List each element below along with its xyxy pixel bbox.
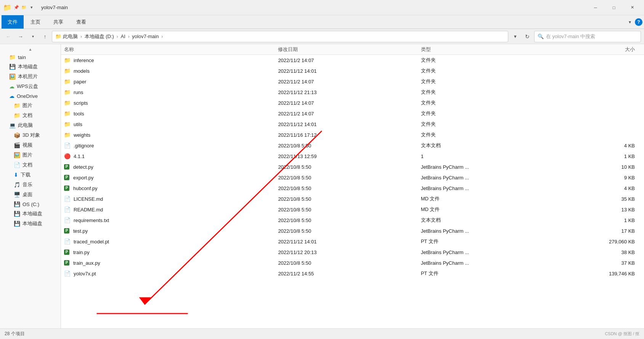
main-layout: ▲ 📁 tain 💾 本地磁盘 🖼️ 本机照片 ☁ WPS云盘 ☁ OneDri… (0, 44, 644, 328)
file-row[interactable]: P detect.py 2022/10/8 5:50 JetBrains PyC… (61, 162, 644, 172)
file-size: 35 KB (564, 196, 641, 202)
sidebar-item-pictures[interactable]: 📁 图片 (0, 101, 61, 110)
header-type[interactable]: 类型 (421, 46, 564, 53)
file-row[interactable]: 📁 tools 2022/11/2 14:07 文件夹 (61, 108, 644, 119)
sidebar-scroll-up[interactable]: ▲ (0, 46, 61, 53)
file-date: 2022/10/8 5:50 (278, 217, 421, 223)
path-segment-ai[interactable]: AI (120, 34, 125, 39)
file-name: yolov7x.pt (74, 271, 96, 277)
addressbar[interactable]: 📁 此电脑 › 本地磁盘 (D:) › AI › yolov7-main › (52, 31, 508, 42)
file-row[interactable]: 📄 yolov7x.pt 2022/11/2 14:55 PT 文件 139,7… (61, 268, 644, 279)
ribbon: 文件 主页 共享 查看 ▾ ? (0, 15, 644, 29)
tab-view[interactable]: 查看 (70, 15, 92, 29)
help-icon[interactable]: ? (635, 18, 642, 26)
file-row[interactable]: 📁 inference 2022/11/2 14:07 文件夹 (61, 55, 644, 66)
file-row[interactable]: P export.py 2022/10/8 5:50 JetBrains PyC… (61, 172, 644, 183)
md-icon: 📄 (64, 206, 71, 213)
file-row[interactable]: 📁 utils 2022/11/12 14:01 文件夹 (61, 119, 644, 130)
minimize-button[interactable]: ─ (587, 2, 604, 13)
path-segment-yolo[interactable]: yolov7-main (132, 34, 159, 39)
collapse-ribbon-icon[interactable]: ▾ (626, 19, 633, 25)
sidebar-item-thispc[interactable]: 💻 此电脑 (0, 120, 61, 130)
sidebar-item-wps[interactable]: ☁ WPS云盘 (0, 82, 61, 91)
path-segment-pc[interactable]: 此电脑 (63, 34, 78, 39)
download-icon: ⬇ (14, 172, 18, 178)
qa-icon2[interactable]: 📁 (21, 4, 27, 11)
path-segment-d[interactable]: 本地磁盘 (D:) (85, 34, 114, 39)
file-row[interactable]: 📄 traced_model.pt 2022/11/12 14:01 PT 文件… (61, 236, 644, 247)
drive-icon: 💾 (9, 64, 16, 70)
file-row[interactable]: 📄 README.md 2022/10/8 5:50 MD 文件 13 KB (61, 204, 644, 215)
file-row[interactable]: 📁 models 2022/11/12 14:01 文件夹 (61, 66, 644, 76)
sidebar-item-pictures2[interactable]: 🖼️ 图片 (0, 150, 61, 160)
sidebar-item-3d[interactable]: 📦 3D 对象 (0, 130, 61, 140)
sidebar-item-c-drive[interactable]: 💾 OS (C:) (0, 200, 61, 209)
folder-icon: 📁 (64, 110, 71, 117)
recent-button[interactable]: ▾ (27, 31, 38, 42)
sidebar-item-desktop[interactable]: 🖥️ 桌面 (0, 190, 61, 200)
desktop-icon: 🖥️ (14, 192, 20, 198)
qa-dropdown[interactable]: ▾ (28, 4, 35, 11)
video-icon: 🎬 (14, 142, 20, 148)
sidebar-item-tain[interactable]: 📁 tain (0, 53, 61, 62)
sidebar-item-videos[interactable]: 🎬 视频 (0, 140, 61, 150)
up-button[interactable]: ↑ (40, 31, 50, 42)
searchbar[interactable]: 🔍 在 yolov7-main 中搜索 (534, 31, 641, 42)
file-row[interactable]: 📄 .gitignore 2022/10/8 5:50 文本文档 4 KB (61, 140, 644, 151)
file-row[interactable]: 📁 scripts 2022/11/2 14:07 文件夹 (61, 98, 644, 108)
addressbar-dropdown[interactable]: ▾ (510, 31, 520, 42)
file-row[interactable]: 📁 paper 2022/11/2 14:07 文件夹 (61, 76, 644, 87)
sidebar-item-documents[interactable]: 📁 文档 (0, 110, 61, 120)
file-date: 2022/10/8 5:50 (278, 164, 421, 170)
filelist-area: 名称 修改日期 类型 大小 📁 inference 2022/11/2 14:0… (61, 44, 644, 328)
file-name: LICENSE.md (74, 196, 103, 202)
file-name: train_aux.py (73, 260, 100, 266)
file-row[interactable]: P train_aux.py 2022/10/8 5:50 JetBrains … (61, 257, 644, 268)
file-row[interactable]: P test.py 2022/10/8 5:50 JetBrains PyCha… (61, 225, 644, 236)
sidebar-item-onedrive[interactable]: ☁ OneDrive (0, 91, 61, 101)
item-count: 28 个项目 (5, 331, 25, 337)
sidebar-item-local-disk3[interactable]: 💾 本地磁盘 (0, 219, 61, 229)
file-date: 2022/11/2 14:07 (278, 100, 421, 106)
computer-icon: 💻 (9, 122, 16, 128)
sidebar-item-downloads[interactable]: ⬇ 下载 (0, 170, 61, 180)
sidebar-item-docs2[interactable]: 📄 文档 (0, 160, 61, 170)
file-row[interactable]: 📄 requirements.txt 2022/10/8 5:50 文本文档 1… (61, 215, 644, 225)
cloud-icon: ☁ (9, 83, 14, 90)
qa-icon1[interactable]: 📌 (13, 4, 20, 11)
tab-share[interactable]: 共享 (47, 15, 69, 29)
forward-button[interactable]: → (15, 31, 26, 42)
header-size[interactable]: 大小 (564, 46, 641, 53)
file-type: JetBrains PyCharm ... (421, 185, 564, 191)
file-type: PT 文件 (421, 238, 564, 245)
md-icon: 📄 (64, 196, 71, 202)
file-row[interactable]: 🔴 4.1.1 2022/11/13 12:59 1 1 KB (61, 151, 644, 162)
header-date[interactable]: 修改日期 (278, 46, 421, 53)
file-row[interactable]: 📄 LICENSE.md 2022/10/8 5:50 MD 文件 35 KB (61, 193, 644, 204)
file-type: PT 文件 (421, 270, 564, 277)
file-row[interactable]: 📁 runs 2022/11/12 21:13 文件夹 (61, 87, 644, 98)
tab-file[interactable]: 文件 (2, 15, 24, 29)
refresh-button[interactable]: ↻ (522, 31, 533, 42)
close-button[interactable]: ✕ (623, 2, 641, 13)
file-row[interactable]: 📁 weights 2022/11/16 17:12 文件夹 (61, 130, 644, 140)
window-title: yolov7-main (41, 5, 68, 10)
py-icon: P (64, 164, 69, 170)
file-row[interactable]: P train.py 2022/11/12 20:13 JetBrains Py… (61, 247, 644, 257)
back-button[interactable]: ← (3, 31, 14, 42)
sidebar-item-local-disk1[interactable]: 💾 本地磁盘 (0, 62, 61, 72)
quick-access: 📌 📁 ▾ (13, 4, 35, 11)
header-name[interactable]: 名称 (64, 46, 278, 53)
path-sep3: › (128, 34, 129, 39)
file-name: weights (74, 132, 90, 138)
titlebar-brand: 📁 📌 📁 ▾ yolov7-main (3, 3, 68, 12)
file-row[interactable]: P hubconf.py 2022/10/8 5:50 JetBrains Py… (61, 183, 644, 193)
file-name: runs (74, 90, 83, 95)
maximize-button[interactable]: □ (605, 2, 623, 13)
tab-home[interactable]: 主页 (24, 15, 47, 29)
sidebar-item-local-disk2[interactable]: 💾 本地磁盘 (0, 209, 61, 219)
sidebar-item-photos[interactable]: 🖼️ 本机照片 (0, 72, 61, 82)
file-type: 文件夹 (421, 110, 564, 117)
file-name: paper (74, 79, 86, 85)
sidebar-item-music[interactable]: 🎵 音乐 (0, 180, 61, 190)
